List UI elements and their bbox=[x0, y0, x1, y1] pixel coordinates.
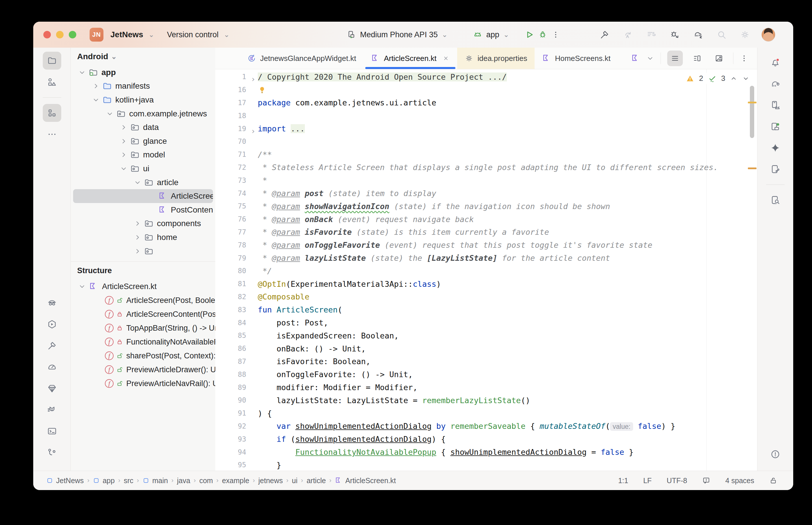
project-view-selector[interactable]: Android bbox=[77, 52, 108, 61]
tree-item-kotlin+java[interactable]: kotlin+java bbox=[73, 93, 213, 107]
line-number[interactable]: 17 bbox=[215, 99, 258, 107]
project-name-menu[interactable]: JetNews bbox=[110, 30, 143, 39]
more-actions-button[interactable] bbox=[551, 30, 560, 39]
chevron-right-icon[interactable] bbox=[118, 151, 130, 159]
close-tab-icon[interactable] bbox=[442, 55, 449, 62]
tree-item-partial[interactable] bbox=[73, 244, 213, 258]
line-number[interactable]: 92 bbox=[215, 422, 258, 430]
tool-button-gemini[interactable] bbox=[766, 139, 785, 157]
line-number[interactable]: 16 bbox=[215, 86, 258, 94]
tab-options-button[interactable] bbox=[740, 54, 749, 63]
tree-item-model[interactable]: model bbox=[73, 148, 213, 162]
line-number[interactable]: 18 bbox=[215, 112, 258, 120]
code-line-87[interactable]: 87 isFavorite: Boolean, bbox=[215, 355, 757, 368]
inspections-widget[interactable]: 2 3 bbox=[683, 73, 752, 84]
line-number[interactable]: 81 bbox=[215, 280, 258, 288]
code-line-1[interactable]: 1›/ Copyright 2020 The Android Open Sour… bbox=[215, 71, 757, 84]
breadcrumb-example[interactable]: example bbox=[222, 477, 249, 485]
code-line-18[interactable]: 18 bbox=[215, 109, 757, 122]
line-number[interactable]: 91 bbox=[215, 409, 258, 417]
line-number[interactable]: 73 bbox=[215, 177, 258, 184]
fold-marker-icon[interactable]: › bbox=[251, 73, 255, 86]
tool-button-document-link[interactable] bbox=[766, 160, 785, 178]
breadcrumb-jetnews[interactable]: jetnews bbox=[259, 477, 283, 485]
debug-button[interactable] bbox=[538, 30, 547, 39]
line-number[interactable]: 85 bbox=[215, 331, 258, 340]
tree-item-home[interactable]: home bbox=[73, 230, 213, 244]
chevron-down-icon[interactable] bbox=[118, 165, 130, 173]
line-number[interactable]: 79 bbox=[215, 254, 258, 262]
run-button[interactable] bbox=[525, 30, 534, 39]
editor-tab-HomeScreens.kt[interactable]: HomeScreens.kt bbox=[535, 48, 618, 69]
settings-gear-icon[interactable] bbox=[740, 30, 750, 40]
tool-button-terminal[interactable] bbox=[43, 422, 61, 440]
tree-item-ArticleScreen.kt[interactable]: ArticleScreen.kt bbox=[73, 189, 213, 203]
chevron-right-icon[interactable] bbox=[118, 123, 130, 131]
design-view-toggle[interactable] bbox=[711, 50, 727, 66]
tree-item-ui[interactable]: ui bbox=[73, 162, 213, 176]
editor-tab-idea.properties[interactable]: idea.properties bbox=[457, 48, 535, 69]
tool-button-build-hammer[interactable] bbox=[43, 337, 61, 355]
breadcrumb-article[interactable]: article bbox=[307, 477, 326, 485]
fold-marker-icon[interactable]: › bbox=[251, 125, 255, 138]
line-number[interactable]: 1› bbox=[215, 73, 258, 81]
close-window-button[interactable] bbox=[43, 31, 51, 39]
attach-debugger-icon[interactable] bbox=[670, 30, 680, 40]
chevron-right-icon[interactable] bbox=[132, 220, 144, 228]
chevron-down-icon[interactable] bbox=[76, 69, 88, 76]
line-number[interactable]: 76 bbox=[215, 215, 258, 223]
code-line-72[interactable]: 72 * Stateless Article Screen that displ… bbox=[215, 161, 757, 174]
tree-item-PostContent.kt[interactable]: PostContent.kt bbox=[73, 203, 213, 217]
prev-problem-button[interactable] bbox=[730, 75, 737, 82]
code-line-79[interactable]: 79 * @param lazyListState (state) the [L… bbox=[215, 252, 757, 265]
structure-item[interactable]: fFunctionalityNotAvailablePop bbox=[71, 335, 215, 349]
tool-button-resource-manager[interactable] bbox=[43, 73, 61, 91]
zoom-window-button[interactable] bbox=[69, 31, 76, 39]
hidden-tabs-kotlin-icon[interactable] bbox=[631, 54, 640, 63]
chevron-right-icon[interactable] bbox=[132, 233, 144, 241]
breadcrumb-ui[interactable]: ui bbox=[292, 477, 297, 485]
tool-button-services[interactable] bbox=[43, 315, 61, 333]
line-number[interactable]: 83 bbox=[215, 306, 258, 314]
chevron-down-icon[interactable] bbox=[132, 178, 144, 186]
version-control-menu[interactable]: Version control bbox=[167, 30, 219, 39]
chevron-right-icon[interactable] bbox=[90, 82, 102, 90]
tool-button-problems[interactable] bbox=[766, 445, 785, 463]
line-number[interactable]: 19› bbox=[215, 125, 258, 133]
device-selector[interactable]: Medium Phone API 35 bbox=[360, 30, 438, 39]
code-line-89[interactable]: 89 modifier: Modifier = Modifier, bbox=[215, 381, 757, 394]
split-view-toggle[interactable] bbox=[689, 50, 705, 66]
code-line-81[interactable]: 81@OptIn(ExperimentalMaterial3Api::class… bbox=[215, 278, 757, 290]
code-line-78[interactable]: 78 * @param onToggleFavorite (event) req… bbox=[215, 239, 757, 252]
tool-button-profiler-gauge[interactable] bbox=[43, 358, 61, 376]
line-number[interactable]: 84 bbox=[215, 319, 258, 327]
breadcrumb-app[interactable]: app bbox=[93, 477, 115, 485]
chevron-down-icon[interactable] bbox=[104, 110, 116, 118]
code-line-84[interactable]: 84 post: Post, bbox=[215, 316, 757, 329]
code-line-75[interactable]: 75 * @param showNavigationIcon (state) i… bbox=[215, 200, 757, 213]
line-number[interactable]: 78 bbox=[215, 241, 258, 249]
structure-item[interactable]: fPreviewArticleNavRail(): Unit bbox=[71, 377, 215, 390]
line-number[interactable]: 93 bbox=[215, 435, 258, 443]
code-line-71[interactable]: 71/** bbox=[215, 148, 757, 161]
line-number[interactable]: 82 bbox=[215, 293, 258, 301]
chevron-right-icon[interactable] bbox=[132, 247, 144, 255]
editor-scrollbar[interactable] bbox=[750, 86, 754, 138]
chevron-right-icon[interactable] bbox=[118, 137, 130, 145]
line-number[interactable]: 87 bbox=[215, 358, 258, 365]
warning-stripe-mark[interactable] bbox=[748, 102, 756, 103]
code-line-70[interactable]: 70 bbox=[215, 135, 757, 148]
structure-root[interactable]: ArticleScreen.kt bbox=[71, 280, 215, 294]
tool-button-app-inspection[interactable] bbox=[43, 294, 61, 312]
code-line-76[interactable]: 76 * @param onBack (event) request navig… bbox=[215, 213, 757, 226]
chevron-down-icon[interactable] bbox=[76, 282, 88, 290]
tool-button-structure-grid[interactable] bbox=[43, 104, 61, 122]
code-line-19[interactable]: 19›import ... bbox=[215, 122, 757, 135]
structure-item[interactable]: fTopAppBar(String, () -> Unit, bbox=[71, 321, 215, 335]
chevron-down-icon[interactable] bbox=[90, 96, 102, 104]
line-number[interactable]: 90 bbox=[215, 396, 258, 404]
line-number[interactable]: 94 bbox=[215, 448, 258, 456]
breadcrumb-ArticleScreen.kt[interactable]: ArticleScreen.kt bbox=[335, 477, 396, 485]
tool-button-document-search[interactable] bbox=[766, 191, 785, 209]
tool-button-gradle[interactable] bbox=[766, 75, 785, 93]
